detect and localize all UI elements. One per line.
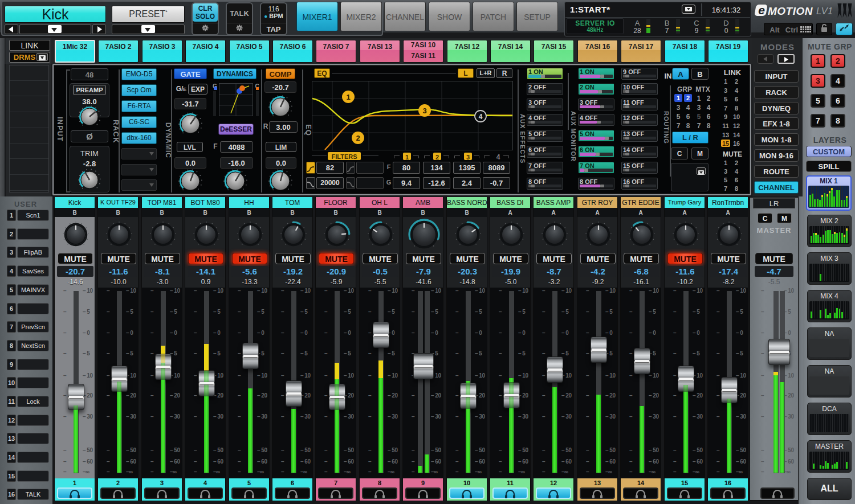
svg-text:2: 2 (356, 134, 360, 142)
svg-text:3: 3 (422, 106, 426, 115)
svg-text:1: 1 (346, 93, 350, 101)
svg-text:4: 4 (479, 113, 483, 121)
